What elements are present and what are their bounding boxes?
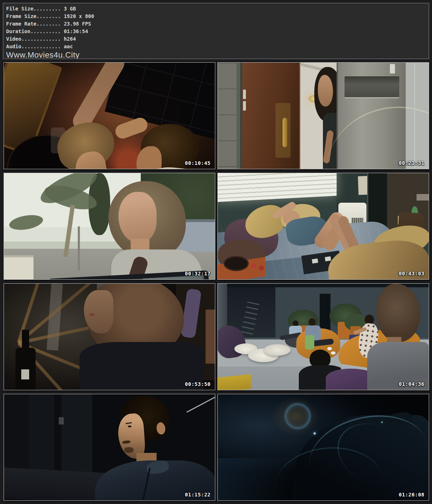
screenshot-bathroom-scene: 00:10:45 <box>4 62 215 169</box>
timestamp-overlay: 00:10:45 <box>185 160 211 166</box>
media-info-screenshot-sheet: File Size......... 3 GB Frame Size......… <box>0 0 432 504</box>
bottle-label-shape <box>21 369 29 379</box>
yellow-table-shape <box>218 374 251 390</box>
laptop-sticker-shape <box>325 256 331 261</box>
street-pole-shape <box>78 226 80 270</box>
wooden-door-shape <box>242 63 300 169</box>
dark-bowl-shape <box>224 256 249 271</box>
lips-shape <box>90 313 95 316</box>
media-info-box: File Size......... 3 GB Frame Size......… <box>3 3 429 59</box>
small-palm-shape <box>8 213 44 232</box>
site-watermark: Www.Movies4u.City <box>6 51 429 59</box>
machine-slot-shape <box>345 76 399 98</box>
chin-beard-shape <box>124 447 134 453</box>
video-codec-line: Video............. h264 <box>6 35 429 43</box>
screenshot-man-profile-scene: 01:15:22 <box>4 394 215 501</box>
peeking-woman-face-shape <box>318 75 333 107</box>
green-stool-shape <box>305 335 314 350</box>
wall-speck-shape <box>59 417 64 424</box>
window-blinds-shape <box>218 173 337 202</box>
wine-bottle-shape <box>15 348 36 390</box>
screenshot-bedroom-scene: 00:43:03 <box>217 173 429 280</box>
palm-trunk-shape <box>63 205 75 257</box>
blue-wash-gradient <box>218 458 298 500</box>
door-hinge-shape <box>243 90 246 99</box>
duration-line: Duration.......... 01:36:54 <box>6 28 429 35</box>
timestamp-overlay: 00:43:03 <box>399 271 424 276</box>
eye-shape <box>128 426 131 427</box>
file-size-line: File Size......... 3 GB <box>6 5 429 13</box>
circular-emblem-shape <box>284 403 311 429</box>
machine-label-shape <box>390 64 395 73</box>
timestamp-overlay: 00:53:50 <box>185 381 211 387</box>
specular-highlight-dot <box>314 432 316 435</box>
wine-bottle-neck-shape <box>22 330 29 350</box>
timestamp-overlay: 00:32:17 <box>185 271 211 276</box>
background-arm-shape <box>206 310 215 364</box>
foreground-person-hair-shape <box>376 284 420 342</box>
frame-rate-line: Frame Rate........ 23.98 FPS <box>6 20 429 28</box>
right-tile-seam <box>414 63 415 169</box>
brass-handle-shape <box>283 118 287 147</box>
timestamp-overlay: 00:21:31 <box>399 160 424 166</box>
white-sneaker-shape <box>327 347 332 350</box>
screenshot-door-machine-scene: 00:21:31 <box>217 62 429 169</box>
screenshot-grid: 00:10:45 00:21:31 <box>4 62 429 501</box>
stone-bowl-shape <box>264 344 291 356</box>
seated-man-head-shape <box>309 318 316 326</box>
building-shape <box>4 255 33 280</box>
left-tile-wall-shape <box>218 63 237 169</box>
specular-highlight-dot <box>381 422 383 423</box>
screenshot-night-car-scene: 01:26:08 <box>217 394 429 501</box>
timestamp-overlay: 01:04:36 <box>399 381 424 387</box>
timestamp-overlay: 01:15:22 <box>185 492 211 498</box>
timestamp-overlay: 01:26:08 <box>399 492 424 498</box>
frame-size-line: Frame Size........ 1920 x 800 <box>6 13 429 20</box>
screenshot-party-profile-scene: 00:53:50 <box>4 283 215 390</box>
screenshot-car-door-scene: 00:32:17 <box>4 173 215 280</box>
screenshot-lounge-scene: 01:04:36 <box>217 283 429 390</box>
laptop-sticker-shape <box>312 258 318 264</box>
woman-face-shape <box>118 192 157 243</box>
box-shape <box>417 194 429 201</box>
red-cup-shape <box>251 263 256 268</box>
door-hinge-shape <box>243 101 246 111</box>
bright-edge-line <box>186 396 215 413</box>
audio-codec-line: Audio............. aac <box>6 43 429 50</box>
